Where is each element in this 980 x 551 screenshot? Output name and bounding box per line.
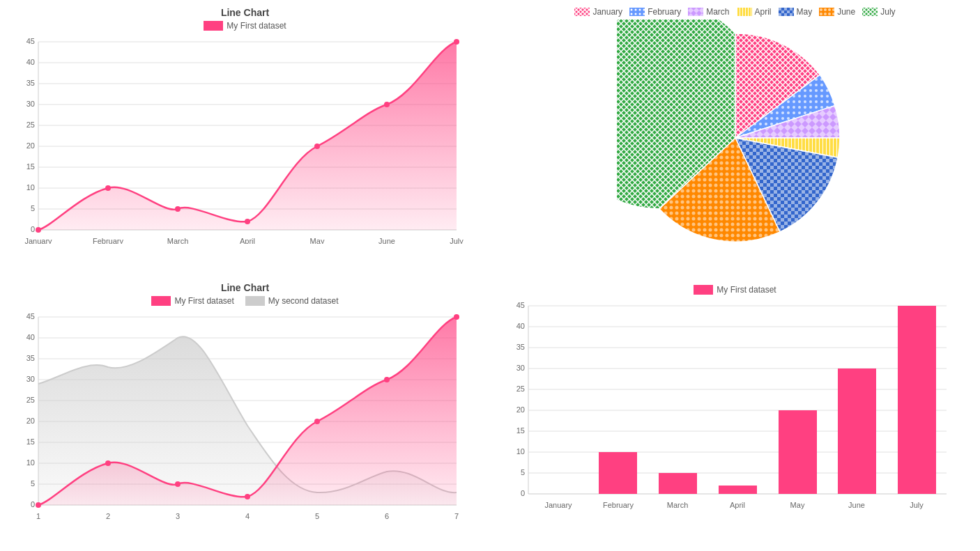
svg-point-109 <box>384 377 390 382</box>
svg-text:January: January <box>544 501 572 509</box>
svg-rect-38 <box>574 8 590 16</box>
svg-text:May: May <box>790 501 805 509</box>
svg-text:7: 7 <box>454 512 459 519</box>
svg-text:February: February <box>93 237 124 244</box>
svg-rect-144 <box>838 368 876 494</box>
svg-text:25: 25 <box>26 121 35 129</box>
svg-text:June: June <box>848 501 865 509</box>
pie-legend-feb-label: February <box>648 7 681 17</box>
svg-text:20: 20 <box>516 405 525 414</box>
pie-legend-jun-label: June <box>837 7 855 17</box>
svg-rect-145 <box>898 306 936 494</box>
svg-rect-143 <box>779 410 817 494</box>
svg-rect-54 <box>819 8 834 16</box>
pie-legend-mar-icon <box>688 8 703 16</box>
svg-text:5: 5 <box>31 479 35 488</box>
svg-text:30: 30 <box>26 375 35 383</box>
svg-point-32 <box>314 143 320 149</box>
svg-text:July: July <box>910 501 924 509</box>
line-chart-1-title: Line Chart <box>7 7 483 18</box>
svg-point-106 <box>175 481 181 487</box>
line-chart-2-svg: 0 10 20 30 40 5 15 25 35 45 1 2 3 4 5 6 … <box>7 310 467 519</box>
svg-text:March: March <box>667 501 689 509</box>
svg-point-34 <box>454 39 459 45</box>
pie-legend-july: July <box>862 7 895 17</box>
svg-text:45: 45 <box>26 312 35 320</box>
svg-text:January: January <box>24 237 52 244</box>
legend-color-dataset1-2 <box>151 296 171 306</box>
pie-legend-jan-icon <box>574 8 590 16</box>
svg-text:20: 20 <box>26 141 35 150</box>
svg-text:45: 45 <box>516 301 525 309</box>
svg-text:July: July <box>450 237 464 244</box>
svg-text:0: 0 <box>31 225 35 233</box>
pie-legend-may-icon <box>779 8 794 16</box>
svg-text:15: 15 <box>26 437 35 446</box>
svg-text:6: 6 <box>385 512 389 519</box>
legend-item-bar-dataset1: My First dataset <box>694 285 776 295</box>
pie-legend-january: January <box>574 7 622 17</box>
legend-label-bar-dataset1: My First dataset <box>717 285 776 295</box>
svg-point-105 <box>105 460 111 466</box>
svg-text:5: 5 <box>315 512 319 519</box>
svg-rect-140 <box>599 452 637 494</box>
svg-text:3: 3 <box>176 512 180 519</box>
svg-text:10: 10 <box>516 447 525 456</box>
svg-text:40: 40 <box>26 333 35 341</box>
line-chart-2-title: Line Chart <box>7 282 483 293</box>
pie-legend-jul-label: July <box>880 7 895 17</box>
svg-text:June: June <box>378 237 395 244</box>
line-chart-2-panel: Line Chart My First dataset My second da… <box>0 275 490 551</box>
svg-rect-47 <box>737 8 752 16</box>
bar-chart-legend: My First dataset <box>497 285 973 295</box>
svg-text:45: 45 <box>26 37 35 45</box>
pie-legend-may: May <box>779 7 813 17</box>
pie-legend-april: April <box>737 7 772 17</box>
svg-point-28 <box>36 227 41 233</box>
svg-point-33 <box>384 102 390 107</box>
pie-legend-june: June <box>819 7 855 17</box>
svg-text:35: 35 <box>26 354 35 362</box>
svg-text:0: 0 <box>521 489 525 497</box>
pie-legend-feb-icon <box>629 8 645 16</box>
line-chart-1-svg: 0 10 20 30 40 5 15 25 35 45 January Febr… <box>7 35 467 244</box>
legend-color-bar-dataset1 <box>694 285 713 295</box>
svg-text:15: 15 <box>516 426 525 435</box>
svg-text:5: 5 <box>31 204 35 212</box>
svg-text:April: April <box>730 501 745 509</box>
svg-rect-58 <box>862 8 878 16</box>
svg-rect-41 <box>629 8 645 16</box>
svg-text:30: 30 <box>26 100 35 108</box>
svg-rect-142 <box>719 486 757 494</box>
svg-rect-141 <box>659 473 697 494</box>
svg-text:10: 10 <box>26 458 35 467</box>
pie-legend-jun-icon <box>819 8 834 16</box>
svg-point-107 <box>245 494 250 499</box>
legend-label-dataset2: My second dataset <box>268 296 339 306</box>
svg-text:March: March <box>167 237 189 244</box>
line-chart-1-legend: My First dataset <box>7 21 483 31</box>
svg-text:30: 30 <box>516 364 525 372</box>
svg-text:10: 10 <box>26 183 35 192</box>
legend-item-dataset2: My second dataset <box>245 296 339 306</box>
pie-chart-svg <box>617 20 854 256</box>
svg-text:0: 0 <box>31 500 35 509</box>
svg-text:4: 4 <box>245 512 250 519</box>
svg-text:5: 5 <box>521 468 525 476</box>
svg-text:April: April <box>240 237 255 244</box>
svg-text:1: 1 <box>36 512 40 519</box>
bar-chart-panel: My First dataset 0 10 20 30 40 5 15 25 <box>490 275 980 551</box>
legend-item-dataset1-2: My First dataset <box>151 296 233 306</box>
line-chart-2-legend: My First dataset My second dataset <box>7 296 483 306</box>
pie-legend-apr-label: April <box>755 7 772 17</box>
svg-text:20: 20 <box>26 417 35 425</box>
pie-legend-apr-icon <box>737 8 752 16</box>
svg-text:15: 15 <box>26 162 35 171</box>
pie-legend-jan-label: January <box>592 7 622 17</box>
legend-color-dataset1 <box>204 21 223 31</box>
svg-point-29 <box>105 185 111 191</box>
pie-legend-february: February <box>629 7 681 17</box>
svg-text:35: 35 <box>26 79 35 87</box>
legend-label-dataset1-2: My First dataset <box>174 296 233 306</box>
pie-legend: January February <box>574 7 895 17</box>
